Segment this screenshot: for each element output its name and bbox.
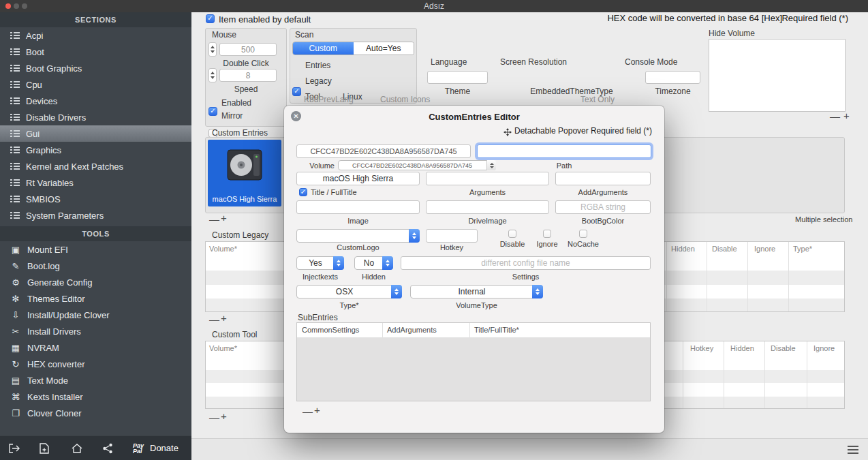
hide-volume-add-button[interactable]: + xyxy=(843,111,850,121)
settings-field[interactable]: different config file name xyxy=(401,256,651,270)
sidebar-item-install-drivers[interactable]: ✂Install Drivers xyxy=(0,323,191,339)
volume-combo[interactable]: CFCC47BD2E602C438DA8A956587DA745 xyxy=(338,160,496,170)
subentries-table[interactable]: CommonSettings AddArguments Title/FullTi… xyxy=(296,322,651,401)
custom-logo-label: CustomLogo xyxy=(296,243,420,251)
custom-tool-add-button[interactable]: + xyxy=(221,412,227,421)
scan-entries-checkbox[interactable] xyxy=(292,87,301,96)
custom-entry-macos-high-sierra[interactable]: macOS High Sierra xyxy=(208,140,281,206)
sidebar-item-system-parameters[interactable]: System Parameters xyxy=(0,207,191,224)
sidebar-item-cpu[interactable]: Cpu xyxy=(0,76,191,93)
custom-legacy-add-button[interactable]: + xyxy=(221,313,227,323)
custom-tool-remove-button[interactable]: — xyxy=(209,413,219,423)
sidebar-item-devices[interactable]: Devices xyxy=(0,93,191,109)
hide-volume-list[interactable] xyxy=(709,39,846,112)
table-body[interactable] xyxy=(297,337,650,401)
double-click-field[interactable]: 500 xyxy=(219,43,277,56)
volume-combo-value: CFCC47BD2E602C438DA8A956587DA745 xyxy=(339,162,495,169)
list-icon xyxy=(10,196,20,202)
sidebar-item-nvram[interactable]: ▦NVRAM xyxy=(0,339,191,356)
donate-button[interactable]: Donate xyxy=(150,443,179,453)
column-separator xyxy=(707,242,707,311)
console-mode-label: Console Mode xyxy=(625,57,677,67)
move-icon[interactable] xyxy=(503,127,512,139)
new-document-icon[interactable] xyxy=(40,443,50,457)
sidebar-item-boot-log[interactable]: ✎Boot.log xyxy=(0,258,191,274)
nvram-icon: ▦ xyxy=(10,343,21,353)
sidebar-item-smbios[interactable]: SMBIOS xyxy=(0,191,191,207)
type-value: OSX xyxy=(297,287,401,296)
sidebar-item-text-mode[interactable]: ▤Text Mode xyxy=(0,372,191,388)
timezone-field[interactable] xyxy=(645,71,700,84)
scan-mode-segmented-control[interactable]: Custom Auto=Yes xyxy=(292,42,414,55)
scan-legacy-label: Legacy xyxy=(305,76,332,86)
title-fulltitle-field[interactable]: macOS High Sierra xyxy=(296,172,420,185)
volume-field[interactable]: CFCC47BD2E602C438DA8A956587DA745 xyxy=(296,144,471,158)
dialog-required-note: Required field (*) xyxy=(583,126,652,136)
injectkexts-dropdown[interactable]: Yes xyxy=(296,256,344,270)
home-icon[interactable] xyxy=(71,443,83,457)
speed-stepper[interactable] xyxy=(208,68,217,82)
custom-logo-dropdown[interactable] xyxy=(296,229,420,243)
item-enabled-checkbox[interactable] xyxy=(206,14,215,23)
column-separator xyxy=(764,341,765,408)
sidebar-item-kexts-installer[interactable]: ⌘Kexts Installer xyxy=(0,388,191,405)
type-dropdown[interactable]: OSX xyxy=(296,285,402,298)
sidebar-item-themes-editor[interactable]: ✻Themes Editor xyxy=(0,290,191,307)
sidebar-item-rt-variables[interactable]: Rt Variables xyxy=(0,174,191,191)
sidebar-item-acpi[interactable]: Acpi xyxy=(0,27,191,44)
ignore-checkbox[interactable] xyxy=(543,230,551,238)
export-icon[interactable] xyxy=(8,443,21,457)
subentries-remove-button[interactable]: — xyxy=(303,407,313,416)
sidebar-item-install-update-clover[interactable]: ⇩Install/Update Clover xyxy=(0,307,191,323)
boot-bg-color-field[interactable]: RGBA string xyxy=(555,200,651,214)
sidebar-item-boot-graphics[interactable]: Boot Graphics xyxy=(0,60,191,76)
speed-field[interactable]: 8 xyxy=(219,69,277,82)
disable-checkbox[interactable] xyxy=(508,230,516,238)
sidebar-item-graphics[interactable]: Graphics xyxy=(0,142,191,158)
segment-auto-yes[interactable]: Auto=Yes xyxy=(354,42,414,55)
list-icon xyxy=(10,163,20,170)
title-fulltitle-label: Title / FullTitle xyxy=(311,188,357,196)
double-click-stepper[interactable] xyxy=(208,42,217,57)
boot-bg-color-placeholder: RGBA string xyxy=(580,202,625,212)
theme-field[interactable] xyxy=(427,71,488,84)
column-separator xyxy=(747,242,748,311)
custom-icons-label: Custom Icons xyxy=(380,95,430,104)
volume-label: Volume xyxy=(296,162,335,170)
hotkey-field[interactable] xyxy=(426,229,478,243)
sidebar-item-mount-efi[interactable]: ▣Mount EFI xyxy=(0,241,191,258)
drive-image-field[interactable] xyxy=(426,200,549,214)
custom-legacy-remove-button[interactable]: — xyxy=(209,315,219,324)
sidebar-item-kernel-and-kext-patches[interactable]: Kernel and Kext Patches xyxy=(0,158,191,174)
sidebar-item-generate-config[interactable]: ⚙Generate Config xyxy=(0,274,191,290)
add-arguments-field[interactable] xyxy=(555,172,651,185)
hidden-dropdown[interactable]: No xyxy=(354,256,393,270)
menu-icon[interactable] xyxy=(848,444,858,456)
sidebar-item-boot[interactable]: Boot xyxy=(0,44,191,60)
sidebar-item-gui[interactable]: Gui xyxy=(0,125,191,142)
share-icon[interactable] xyxy=(102,443,113,457)
sidebar-item-label: Clover Cloner xyxy=(27,408,81,418)
sidebar-item-label: Themes Editor xyxy=(27,294,85,304)
subentries-add-button[interactable]: + xyxy=(314,405,320,415)
sidebar-item-disable-drivers[interactable]: Disable Drivers xyxy=(0,109,191,125)
custom-entries-add-button[interactable]: + xyxy=(221,213,227,223)
hide-volume-remove-button[interactable]: — xyxy=(830,112,840,121)
segment-custom[interactable]: Custom xyxy=(293,42,354,55)
custom-entries-remove-button[interactable]: — xyxy=(209,215,219,224)
volume-type-dropdown[interactable]: Internal xyxy=(410,285,543,298)
arguments-field[interactable] xyxy=(426,172,549,185)
title-fulltitle-checkbox[interactable] xyxy=(299,188,307,196)
tool-volume-header: Volume* xyxy=(209,344,237,352)
sidebar-item-hex-converter[interactable]: ↻HEX converter xyxy=(0,356,191,372)
sidebar-item-clover-cloner[interactable]: ❐Clover Cloner xyxy=(0,405,191,421)
image-field[interactable] xyxy=(296,200,420,214)
mouse-enabled-checkbox[interactable] xyxy=(208,107,217,116)
mouse-enabled-label: Enabled xyxy=(221,98,251,108)
titlebar: Adsız xyxy=(0,0,868,12)
column-separator xyxy=(807,341,807,408)
nocache-checkbox[interactable] xyxy=(579,230,587,238)
text-mode-icon: ▤ xyxy=(10,375,21,386)
add-arguments-label: AddArguments xyxy=(555,188,651,196)
path-field[interactable] xyxy=(477,144,651,158)
